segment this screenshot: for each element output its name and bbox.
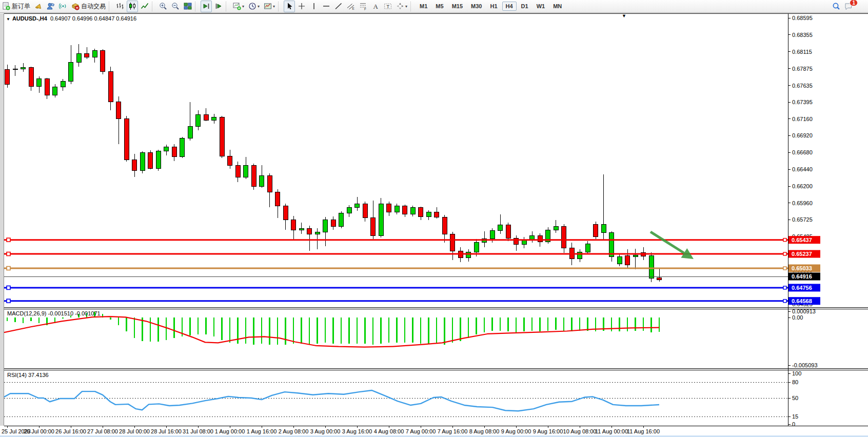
timeframe-m30-button[interactable]: M30 bbox=[467, 2, 485, 11]
timeframe-d1-button[interactable]: D1 bbox=[518, 2, 532, 11]
dropdown-caret-icon[interactable]: ▾ bbox=[242, 4, 244, 9]
cursor-button[interactable] bbox=[284, 1, 295, 12]
candle bbox=[426, 212, 431, 216]
toolbar-group-chart-type bbox=[114, 0, 151, 13]
timeframe-w1-button[interactable]: W1 bbox=[533, 2, 549, 11]
chevron-down-icon[interactable]: ▼ bbox=[6, 17, 10, 22]
candle bbox=[450, 234, 455, 251]
text-label-button[interactable]: T bbox=[382, 1, 393, 12]
main-toolbar: 新订单自动交易▾▾▾EFAT▾M1M5M15M30H1H4D1W1MN1 bbox=[0, 0, 868, 13]
channel-icon: E bbox=[347, 2, 355, 10]
dropdown-caret-icon[interactable]: ▾ bbox=[405, 4, 407, 9]
timeframe-m5-button[interactable]: M5 bbox=[432, 2, 447, 11]
bars-chart-icon bbox=[116, 2, 124, 10]
svg-text:0.65033: 0.65033 bbox=[792, 265, 812, 271]
candle bbox=[355, 204, 360, 207]
rsi-indicator-label: RSI(14) 37.4136 bbox=[7, 372, 49, 378]
trendline-button[interactable] bbox=[333, 1, 344, 12]
svg-text:50: 50 bbox=[792, 395, 798, 401]
timeframe-mn-button[interactable]: MN bbox=[549, 2, 565, 11]
tile-windows-icon bbox=[184, 2, 192, 10]
timeframe-h4-button[interactable]: H4 bbox=[502, 2, 517, 11]
toolbar-separator bbox=[152, 2, 156, 11]
svg-text:0: 0 bbox=[792, 421, 795, 427]
candle bbox=[498, 225, 503, 230]
notifications-button[interactable]: 1 bbox=[843, 1, 862, 12]
signals-button[interactable] bbox=[57, 1, 69, 12]
dropdown-caret-icon[interactable]: ▾ bbox=[273, 4, 275, 9]
sounds-button[interactable] bbox=[33, 1, 44, 12]
time-tick-label: 31 Jul 08:00 bbox=[183, 428, 213, 434]
timeframe-m15-button[interactable]: M15 bbox=[448, 2, 466, 11]
time-tick-label: 10 Aug 08:00 bbox=[563, 428, 597, 434]
price-tick-label: 0.65960 bbox=[792, 200, 813, 206]
vertical-line-button[interactable] bbox=[308, 1, 320, 12]
bar-chart-button[interactable] bbox=[114, 1, 126, 12]
toolbar-right-group: 1 bbox=[830, 1, 868, 12]
dropdown-caret-icon[interactable]: ▾ bbox=[258, 4, 260, 9]
toolbar-separator bbox=[195, 2, 199, 11]
toolbar-group-zoom bbox=[157, 0, 194, 13]
trendline-icon bbox=[334, 2, 343, 10]
zoom-in-button[interactable] bbox=[157, 1, 169, 12]
candle bbox=[53, 87, 57, 95]
price-tick-label: 0.65725 bbox=[792, 216, 813, 223]
timeframe-m1-button[interactable]: M1 bbox=[416, 2, 431, 11]
candle bbox=[323, 220, 328, 232]
time-tick-label: 4 Aug 08:00 bbox=[374, 428, 404, 434]
time-tick-label: 7 Aug 00:00 bbox=[406, 428, 436, 434]
chart-shift-button[interactable] bbox=[213, 1, 224, 12]
crosshair-button[interactable] bbox=[296, 1, 307, 12]
tile-windows-button[interactable] bbox=[182, 1, 193, 12]
price-tick-label: 0.67635 bbox=[792, 83, 813, 89]
new-order-button[interactable]: 新订单 bbox=[1, 1, 32, 12]
candle bbox=[625, 256, 630, 265]
line-handle[interactable] bbox=[7, 252, 10, 256]
cursor-icon bbox=[285, 2, 293, 10]
toolbar-separator bbox=[278, 2, 282, 11]
chart-canvas[interactable]: 0.685950.683550.681150.678750.676350.673… bbox=[0, 13, 868, 437]
auto-trading-button[interactable]: 自动交易 bbox=[70, 1, 107, 12]
candle bbox=[490, 230, 495, 239]
symbol-period-label: AUDUSD-,H4 bbox=[12, 15, 47, 22]
zoom-out-button[interactable] bbox=[170, 1, 181, 12]
autoscroll-icon bbox=[202, 2, 210, 10]
profiles-button[interactable] bbox=[45, 1, 56, 12]
candle bbox=[156, 151, 161, 169]
equidistant-channel-button[interactable]: E bbox=[345, 1, 357, 12]
left-window-edge bbox=[0, 13, 4, 426]
line-handle[interactable] bbox=[7, 266, 10, 270]
line-handle[interactable] bbox=[7, 299, 10, 303]
candle bbox=[132, 160, 137, 171]
candle bbox=[363, 204, 367, 217]
text-button[interactable]: A bbox=[370, 1, 381, 12]
price-tick-label: 0.66200 bbox=[792, 183, 813, 189]
periods-button[interactable]: ▾ bbox=[247, 1, 261, 12]
zoom-out-icon bbox=[171, 2, 180, 10]
candle bbox=[251, 165, 256, 186]
fibonacci-button[interactable]: F bbox=[358, 1, 369, 12]
search-icon-button[interactable] bbox=[831, 1, 842, 12]
candlestick-chart-button[interactable] bbox=[127, 1, 138, 12]
line-handle[interactable] bbox=[7, 238, 10, 242]
timeframe-h1-button[interactable]: H1 bbox=[486, 2, 501, 11]
chart-marker-icon[interactable]: ▼ bbox=[622, 13, 626, 18]
candle bbox=[212, 117, 216, 120]
candle bbox=[228, 156, 232, 165]
horizontal-line-button[interactable] bbox=[321, 1, 332, 12]
chart-window[interactable]: 0.685950.683550.681150.678750.676350.673… bbox=[0, 13, 868, 437]
line-chart-button[interactable] bbox=[139, 1, 150, 12]
candle bbox=[140, 152, 145, 171]
candle bbox=[260, 176, 264, 187]
candle bbox=[379, 204, 383, 235]
arrows-button[interactable]: ▾ bbox=[394, 1, 409, 12]
time-tick-label: 2 Aug 08:00 bbox=[279, 428, 309, 434]
line-handle[interactable] bbox=[7, 286, 10, 289]
svg-text:0.64916: 0.64916 bbox=[792, 273, 812, 280]
candle bbox=[562, 226, 566, 248]
svg-text:-0.005093: -0.005093 bbox=[792, 362, 818, 368]
templates-button[interactable]: ▾ bbox=[262, 1, 277, 12]
auto-scroll-button[interactable] bbox=[201, 1, 212, 12]
new-chart-button[interactable]: ▾ bbox=[231, 1, 246, 12]
svg-text:100: 100 bbox=[792, 370, 801, 376]
